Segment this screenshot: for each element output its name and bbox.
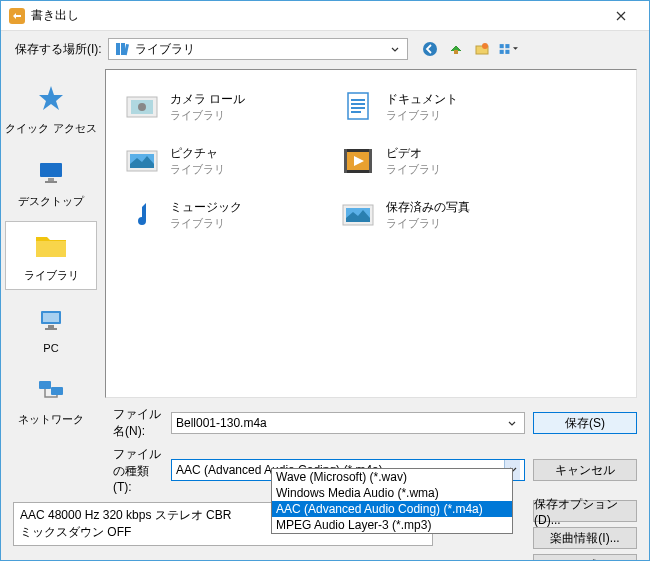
filename-row: ファイル名(N): Bell001-130.m4a 保存(S) [13, 406, 637, 440]
location-text: ライブラリ [135, 41, 387, 58]
item-type: ライブラリ [170, 216, 242, 231]
sidebar-item-pc[interactable]: PC [1, 296, 101, 360]
svg-rect-0 [116, 43, 120, 55]
filename-combobox[interactable]: Bell001-130.m4a [171, 412, 525, 434]
app-icon [9, 8, 25, 24]
sidebar-item-quick-access[interactable]: クイック アクセス [1, 75, 101, 142]
item-type: ライブラリ [170, 108, 245, 123]
svg-rect-24 [351, 99, 365, 101]
list-item[interactable]: ピクチャ ライブラリ [118, 136, 326, 186]
libraries-folder-icon [33, 228, 69, 264]
chevron-down-icon [387, 42, 403, 56]
item-type: ライブラリ [170, 162, 225, 177]
svg-rect-23 [348, 93, 368, 119]
sidebar-item-label: ライブラリ [24, 268, 79, 283]
sidebar-item-label: クイック アクセス [5, 121, 96, 136]
sidebar-item-label: デスクトップ [18, 194, 84, 209]
filetype-option[interactable]: AAC (Advanced Audio Coding) (*.m4a) [272, 501, 512, 517]
cancel-button[interactable]: キャンセル [533, 459, 637, 481]
sidebar-item-libraries[interactable]: ライブラリ [5, 221, 97, 290]
item-name: 保存済みの写真 [386, 199, 470, 216]
song-info-button[interactable]: 楽曲情報(I)... [533, 527, 637, 549]
svg-rect-4 [454, 50, 458, 54]
list-item[interactable]: ビデオ ライブラリ [334, 136, 542, 186]
filename-value: Bell001-130.m4a [176, 416, 504, 430]
svg-point-22 [138, 103, 146, 111]
list-item[interactable]: カメラ ロール ライブラリ [118, 82, 326, 132]
svg-rect-16 [48, 325, 54, 328]
item-name: ピクチャ [170, 145, 225, 162]
view-button[interactable] [498, 39, 518, 59]
pictures-icon [122, 141, 162, 181]
svg-rect-18 [39, 381, 51, 389]
filetype-dropdown: Wave (Microsoft) (*.wav) Windows Media A… [271, 468, 513, 534]
item-name: ミュージック [170, 199, 242, 216]
svg-rect-13 [45, 181, 57, 183]
sidebar: クイック アクセス デスクトップ ライブラリ PC ネットワーク [1, 67, 101, 402]
svg-point-6 [482, 43, 488, 49]
item-type: ライブラリ [386, 216, 470, 231]
documents-icon [338, 87, 378, 127]
quick-access-icon [33, 81, 69, 117]
svg-rect-27 [351, 111, 361, 113]
new-folder-button[interactable] [472, 39, 492, 59]
right-buttons: 保存オプション(D)... 楽曲情報(I)... ヘルプ(H) [533, 500, 637, 561]
bottom-panel: ファイル名(N): Bell001-130.m4a 保存(S) ファイルの種類(… [1, 402, 649, 561]
sidebar-item-label: PC [43, 342, 58, 354]
list-item[interactable]: 保存済みの写真 ライブラリ [334, 190, 542, 240]
svg-rect-33 [369, 149, 372, 173]
svg-rect-7 [499, 44, 503, 48]
toolbar: 保存する場所(I): ライブラリ [1, 31, 649, 67]
back-button[interactable] [420, 39, 440, 59]
list-item[interactable]: ミュージック ライブラリ [118, 190, 326, 240]
svg-rect-19 [51, 387, 63, 395]
item-type: ライブラリ [386, 108, 458, 123]
svg-rect-26 [351, 107, 365, 109]
filename-label: ファイル名(N): [13, 406, 163, 440]
desktop-icon [33, 154, 69, 190]
list-item[interactable]: ドキュメント ライブラリ [334, 82, 542, 132]
svg-rect-32 [344, 149, 347, 173]
videos-icon [338, 141, 378, 181]
up-button[interactable] [446, 39, 466, 59]
location-label: 保存する場所(I): [15, 41, 102, 58]
svg-rect-12 [48, 178, 54, 181]
pc-icon [33, 302, 69, 338]
camera-roll-icon [122, 87, 162, 127]
titlebar: 書き出し [1, 1, 649, 31]
item-name: ドキュメント [386, 91, 458, 108]
filetype-option[interactable]: Windows Media Audio (*.wma) [272, 485, 512, 501]
main-area: クイック アクセス デスクトップ ライブラリ PC ネットワーク [1, 67, 649, 402]
window-title: 書き出し [31, 7, 601, 24]
close-button[interactable] [601, 2, 641, 30]
svg-rect-8 [505, 44, 509, 48]
svg-rect-9 [499, 50, 503, 54]
nav-buttons [420, 39, 518, 59]
item-type: ライブラリ [386, 162, 441, 177]
filetype-option[interactable]: MPEG Audio Layer-3 (*.mp3) [272, 517, 512, 533]
item-name: カメラ ロール [170, 91, 245, 108]
help-button[interactable]: ヘルプ(H) [533, 554, 637, 561]
svg-rect-11 [40, 163, 62, 177]
file-list: カメラ ロール ライブラリ ドキュメント ライブラリ ピクチャ ライブラリ [105, 69, 637, 398]
sidebar-item-desktop[interactable]: デスクトップ [1, 148, 101, 215]
svg-rect-10 [505, 50, 509, 54]
location-combobox[interactable]: ライブラリ [108, 38, 408, 60]
svg-rect-15 [43, 313, 59, 322]
svg-point-3 [423, 42, 437, 56]
svg-rect-25 [351, 103, 365, 105]
filetype-option[interactable]: Wave (Microsoft) (*.wav) [272, 469, 512, 485]
filetype-label: ファイルの種類(T): [13, 446, 163, 494]
libraries-icon [113, 40, 131, 58]
item-name: ビデオ [386, 145, 441, 162]
chevron-down-icon [504, 416, 520, 430]
filetype-row: ファイルの種類(T): AAC (Advanced Audio Coding) … [13, 446, 637, 494]
svg-rect-17 [45, 328, 57, 330]
save-options-button[interactable]: 保存オプション(D)... [533, 500, 637, 522]
save-button[interactable]: 保存(S) [533, 412, 637, 434]
network-icon [33, 372, 69, 408]
saved-pictures-icon [338, 195, 378, 235]
music-icon [122, 195, 162, 235]
